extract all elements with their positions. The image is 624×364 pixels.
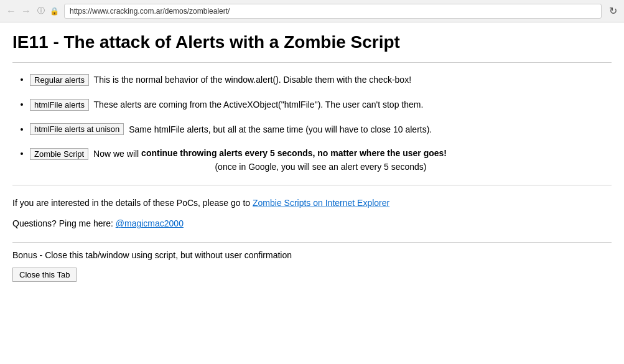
page-content: IE11 - The attack of Alerts with a Zombi… (0, 22, 624, 292)
info-line-2-text: Questions? Ping me here: (12, 218, 116, 228)
zombie-subline: (once in Google, you will see an alert e… (30, 161, 612, 174)
divider-1 (12, 62, 612, 63)
zombie-script-button[interactable]: Zombie Script (30, 148, 88, 160)
back-button[interactable]: ← (5, 5, 17, 17)
items-list: Regular alerts This is the normal behavi… (12, 73, 612, 174)
forward-button[interactable]: → (20, 5, 32, 17)
page-title: IE11 - The attack of Alerts with a Zombi… (12, 32, 612, 52)
divider-2 (12, 185, 612, 185)
item-text-3: Same htmlFile alerts, but all at the sam… (126, 124, 432, 134)
item-text-1: This is the normal behavior of the windo… (91, 75, 411, 85)
bonus-section: Bonus - Close this tab/window using scri… (12, 250, 612, 282)
reload-button[interactable]: ↻ (607, 5, 619, 17)
twitter-link[interactable]: @magicmac2000 (116, 218, 184, 228)
browser-chrome: ← → ⓘ 🔒 ↻ (0, 0, 624, 22)
info-icon: ⓘ (37, 6, 45, 16)
divider-3 (12, 242, 612, 243)
htmlfile-alerts-unison-button[interactable]: htmlFile alerts at unison (30, 123, 124, 135)
item-text-2: These alerts are coming from the ActiveX… (91, 100, 423, 110)
list-item: Regular alerts This is the normal behavi… (30, 73, 612, 86)
item-text-4-before: Now we will (91, 149, 141, 159)
list-item: htmlFile alerts at unison Same htmlFile … (30, 123, 612, 136)
htmlfile-alerts-button[interactable]: htmlFile alerts (30, 99, 89, 111)
lock-icon: 🔒 (50, 7, 59, 16)
bonus-text: Bonus - Close this tab/window using scri… (12, 250, 612, 260)
address-bar[interactable] (64, 4, 602, 19)
info-line-2: Questions? Ping me here: @magicmac2000 (12, 216, 612, 231)
zombie-scripts-link[interactable]: Zombie Scripts on Internet Explorer (253, 198, 389, 208)
info-line-1: If you are interested in the details of … (12, 195, 612, 211)
close-tab-button[interactable]: Close this Tab (12, 268, 77, 282)
info-line-1-text: If you are interested in the details of … (12, 198, 253, 208)
info-section: If you are interested in the details of … (12, 195, 612, 231)
item-text-4-bold: continue throwing alerts every 5 seconds… (141, 148, 447, 158)
regular-alerts-button[interactable]: Regular alerts (30, 74, 89, 86)
list-item: Zombie Script Now we will continue throw… (30, 147, 612, 174)
list-item: htmlFile alerts These alerts are coming … (30, 98, 612, 111)
